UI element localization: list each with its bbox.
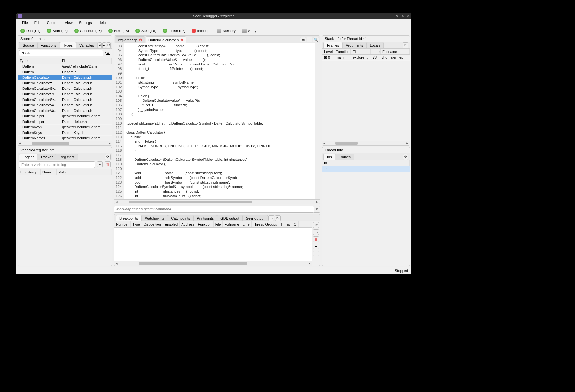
stack-table[interactable]: Level Function File Line Fullname ⊟ 0mai… — [322, 49, 410, 141]
tab-frames[interactable]: Frames — [335, 154, 354, 160]
toolbar-step-button[interactable]: Step (F6) — [133, 27, 159, 34]
col-name[interactable]: Name — [41, 169, 57, 175]
table-row[interactable]: DaItemCalculatorDaItemCalculator.h — [18, 75, 112, 80]
menu-file[interactable]: File — [19, 20, 31, 25]
tab-variables[interactable]: Variables — [76, 42, 98, 48]
remove-button[interactable]: − — [313, 251, 319, 256]
col-number[interactable]: Number — [114, 221, 131, 227]
search-button[interactable]: 🔍 — [313, 37, 319, 42]
h-scrollbar[interactable]: ◂▸ — [114, 261, 312, 266]
table-row[interactable]: DaItemCalculatorSymbo...DaItemCalculator… — [18, 91, 112, 97]
col-fullname[interactable]: Fullname — [381, 49, 410, 54]
editor-tab-explorer-cpp[interactable]: explorer.cpp⊗ — [115, 36, 145, 43]
gdb-history-dropdown[interactable]: ▾ — [314, 206, 320, 213]
thread-table[interactable]: Id 1 — [322, 160, 410, 266]
remove-button[interactable]: − — [97, 161, 103, 167]
add-button[interactable]: + — [313, 244, 319, 249]
close-button[interactable]: ✕ — [407, 14, 410, 18]
refresh-button[interactable]: ⟳ — [105, 154, 111, 160]
table-row[interactable]: DaItemKeys/peak/rel/include/DaItem — [18, 125, 112, 130]
table-row[interactable]: DaItemCalculatorValue::...DaItemCalculat… — [18, 108, 112, 113]
col-line[interactable]: Line — [241, 221, 252, 227]
toolbar-continue-button[interactable]: Continue (F8) — [71, 27, 105, 34]
tab-logger[interactable]: Logger — [19, 154, 37, 160]
menu-help[interactable]: Help — [95, 20, 109, 25]
col-line[interactable]: Line — [371, 49, 381, 54]
toolbar-next-button[interactable]: Next (F5) — [105, 27, 132, 34]
close-tab-icon[interactable]: ⊗ — [139, 38, 142, 42]
refresh-button[interactable]: ⟳ — [313, 222, 319, 228]
toolbar-interrupt-button[interactable]: Interrupt — [189, 28, 213, 34]
col-thread-groups[interactable]: Thread Groups — [252, 221, 279, 227]
toolbar-run-button[interactable]: Run (F1) — [18, 27, 43, 34]
maximize-button[interactable]: ∧ — [401, 14, 404, 18]
col-disposition[interactable]: Disposition — [142, 221, 163, 227]
col-file[interactable]: File — [351, 49, 371, 54]
col-times[interactable]: Times — [279, 221, 292, 227]
minimize-button[interactable]: − — [307, 37, 312, 42]
logger-table[interactable]: Timestamp Name Value — [18, 169, 112, 266]
clear-search-icon[interactable]: ⌫ — [104, 50, 111, 56]
table-row[interactable]: 1 — [322, 166, 410, 172]
table-row[interactable]: DaItemCalculatorSymbolDaItemCalculator.h — [18, 86, 112, 91]
menu-edit[interactable]: Edit — [31, 20, 44, 25]
col-function[interactable]: Function — [334, 49, 351, 54]
types-table[interactable]: Type File DaItem/peak/rel/include/DaItem… — [18, 58, 112, 141]
tab-breakpoints[interactable]: Breakpoints — [116, 215, 142, 221]
tab-locals[interactable]: Locals — [366, 42, 384, 48]
refresh-button[interactable]: ⟳ — [403, 42, 408, 48]
menu-settings[interactable]: Settings — [76, 20, 95, 25]
tab-printpoints[interactable]: Printpoints — [193, 215, 217, 221]
table-row[interactable]: DaItemKeysDaItemKeys.h — [18, 130, 112, 136]
table-row[interactable]: DaItemCalculatorSymbo...DaItemCalculator… — [18, 97, 112, 102]
delete-button[interactable]: 🗑 — [313, 236, 319, 242]
col-function[interactable]: Function — [196, 221, 214, 227]
table-row[interactable]: DaItemHelperDaItemHelper.h — [18, 119, 112, 125]
table-row[interactable]: ⊟ 0mainexplorer.cpp78/home/erniep/De — [322, 55, 410, 61]
col-timestamp[interactable]: Timestamp — [18, 169, 41, 175]
toolbar-array-button[interactable]: Array — [239, 27, 259, 34]
detach-button[interactable]: ▭ — [300, 37, 306, 42]
detach-button[interactable]: ▭ — [268, 215, 274, 221]
v-scrollbar[interactable] — [315, 43, 320, 199]
h-scrollbar[interactable]: ◂▸ — [114, 199, 320, 204]
close-tab-icon[interactable]: ⊗ — [180, 38, 183, 42]
col-level[interactable]: Level — [322, 49, 334, 54]
tab-types[interactable]: Types — [60, 42, 76, 48]
table-row[interactable]: DaItemCalculator::TokenDaItemCalculator.… — [18, 80, 112, 86]
table-row[interactable]: DaItemDaItem.h — [18, 69, 112, 75]
toolbar-memory-button[interactable]: Memory — [214, 27, 239, 34]
editor-tab-DaItemCalculator-h[interactable]: DaItemCalculator.h⊗ — [146, 36, 186, 43]
scroll-left-button[interactable]: ◂ — [98, 42, 102, 48]
code-text[interactable]: const std::string& name () const; Symbol… — [124, 43, 315, 199]
code-area[interactable]: 93 94 95 96 97 98 99 100 101 102 103 104… — [114, 43, 320, 199]
variable-log-input[interactable] — [19, 161, 95, 168]
col-file[interactable]: File — [214, 221, 223, 227]
popout-button[interactable]: ⇱ — [275, 215, 281, 221]
gdb-command-input[interactable] — [114, 206, 314, 213]
h-scrollbar[interactable]: ◂▸ — [18, 141, 112, 145]
tab-functions[interactable]: Functions — [37, 42, 60, 48]
col-id[interactable]: Id — [322, 160, 410, 166]
save-button[interactable]: ▭ — [313, 229, 319, 235]
tab-arguments[interactable]: Arguments — [342, 42, 367, 48]
col-file[interactable]: File — [60, 58, 112, 64]
col-type[interactable]: Type — [18, 58, 60, 64]
tab-watchpoints[interactable]: Watchpoints — [141, 215, 168, 221]
refresh-button[interactable]: ⟳ — [403, 154, 408, 160]
tab-seer-output[interactable]: Seer output — [242, 215, 268, 221]
scroll-right-button[interactable]: ▸ — [102, 42, 106, 48]
tab-tracker[interactable]: Tracker — [37, 154, 56, 160]
breakpoints-body[interactable] — [114, 228, 312, 261]
tab-catchpoints[interactable]: Catchpoints — [168, 215, 194, 221]
tab-source[interactable]: Source — [19, 42, 38, 48]
delete-button[interactable]: 🗑 — [105, 161, 111, 167]
table-row[interactable]: DaItemCalculatorValueDaItemCalculator.h — [18, 102, 112, 108]
tab-ids[interactable]: Ids — [323, 154, 335, 160]
col-enabled[interactable]: Enabled — [163, 221, 180, 227]
minimize-button[interactable]: ∨ — [396, 14, 399, 18]
h-scrollbar[interactable]: ◂▸ — [322, 141, 410, 145]
col-fullname[interactable]: Fullname — [223, 221, 241, 227]
menu-control[interactable]: Control — [44, 20, 62, 25]
toolbar-finish-button[interactable]: Finish (F7) — [160, 27, 189, 34]
